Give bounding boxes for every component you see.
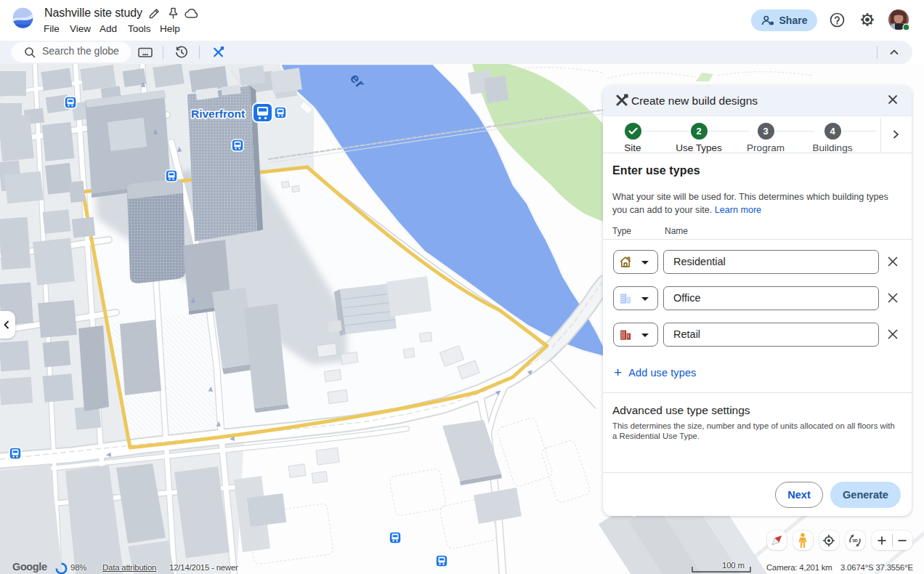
svg-text:Google: Google — [12, 561, 47, 573]
svg-text:3D: 3D — [852, 538, 858, 543]
svg-text:Riverfront: Riverfront — [191, 108, 245, 120]
